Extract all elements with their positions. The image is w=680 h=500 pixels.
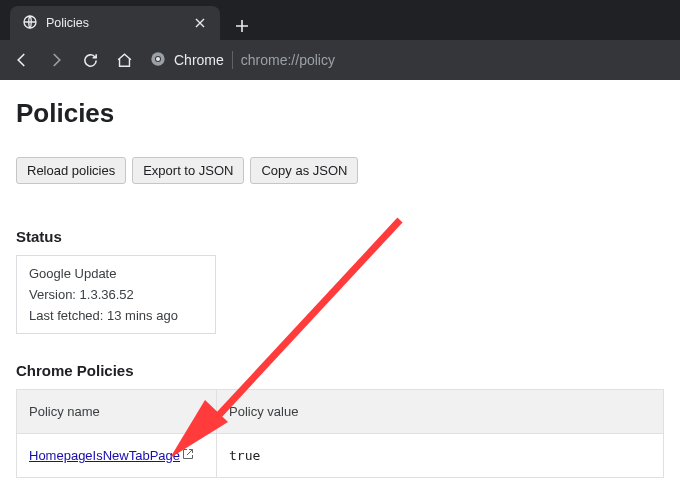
reload-policies-button[interactable]: Reload policies [16, 157, 126, 184]
col-policy-name: Policy name [17, 390, 217, 434]
col-policy-value: Policy value [217, 390, 664, 434]
action-buttons: Reload policies Export to JSON Copy as J… [16, 157, 664, 184]
tab-title: Policies [46, 16, 89, 30]
browser-tab[interactable]: Policies [10, 6, 220, 40]
page-title: Policies [16, 98, 664, 129]
address-bar[interactable]: Chrome chrome://policy [144, 51, 672, 70]
policy-name-text: HomepageIsNewTabPage [29, 448, 180, 463]
url-text: chrome://policy [241, 52, 335, 68]
home-button[interactable] [110, 46, 138, 74]
omnibox-divider [232, 51, 233, 69]
status-box: Google Update Version: 1.3.36.52 Last fe… [16, 255, 216, 334]
new-tab-button[interactable] [228, 12, 256, 40]
external-link-icon [182, 448, 194, 463]
forward-button[interactable] [42, 46, 70, 74]
svg-point-3 [156, 57, 160, 61]
status-last-fetched: Last fetched: 13 mins ago [29, 308, 203, 323]
policies-table: Policy name Policy value HomepageIsNewTa… [16, 389, 664, 478]
close-tab-button[interactable] [192, 15, 208, 31]
table-header-row: Policy name Policy value [17, 390, 664, 434]
browser-chrome: Policies Chrome chrome://policy [0, 0, 680, 80]
reload-button[interactable] [76, 46, 104, 74]
table-row: HomepageIsNewTabPage true [17, 434, 664, 478]
policy-name-link[interactable]: HomepageIsNewTabPage [29, 448, 194, 463]
globe-icon [22, 14, 38, 33]
url-scheme-label: Chrome [174, 52, 224, 68]
tab-strip: Policies [0, 0, 680, 40]
export-json-button[interactable]: Export to JSON [132, 157, 244, 184]
status-version: Version: 1.3.36.52 [29, 287, 203, 302]
browser-toolbar: Chrome chrome://policy [0, 40, 680, 80]
status-box-title: Google Update [29, 266, 203, 281]
back-button[interactable] [8, 46, 36, 74]
chrome-icon [150, 51, 166, 70]
status-heading: Status [16, 228, 664, 245]
policy-page: Policies Reload policies Export to JSON … [0, 80, 680, 496]
chrome-policies-heading: Chrome Policies [16, 362, 664, 379]
policy-value-cell: true [217, 434, 664, 478]
copy-json-button[interactable]: Copy as JSON [250, 157, 358, 184]
